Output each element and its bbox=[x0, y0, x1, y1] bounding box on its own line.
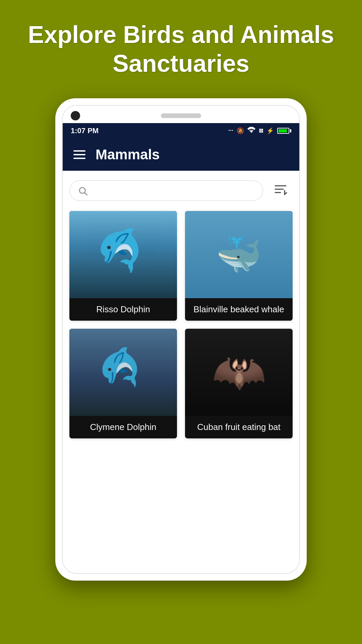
animal-image-risso-dolphin bbox=[69, 211, 177, 298]
animal-image-clymene-dolphin bbox=[69, 329, 177, 416]
animal-card-risso-dolphin[interactable]: Risso Dolphin bbox=[69, 211, 177, 321]
menu-button[interactable] bbox=[73, 150, 85, 159]
app-bar-title: Mammals bbox=[96, 147, 160, 163]
animal-card-blainville-beaked-whale[interactable]: Blainville beaked whale bbox=[185, 211, 293, 321]
page-header: Explore Birds and Animals Sanctuaries bbox=[0, 0, 362, 92]
animal-label-blainville-beaked-whale: Blainville beaked whale bbox=[185, 298, 293, 321]
content-area: Risso DolphinBlainville beaked whaleClym… bbox=[63, 171, 299, 573]
animal-label-cuban-fruit-eating-bat: Cuban fruit eating bat bbox=[185, 416, 293, 438]
mute-icon: 🔕 bbox=[237, 127, 244, 135]
more-icon: ··· bbox=[228, 127, 233, 134]
animal-card-clymene-dolphin[interactable]: Clymene Dolphin bbox=[69, 329, 177, 438]
wifi-icon bbox=[247, 127, 255, 135]
svg-line-1 bbox=[85, 193, 87, 195]
animal-image-blainville-beaked-whale bbox=[185, 211, 293, 298]
animal-label-clymene-dolphin: Clymene Dolphin bbox=[69, 416, 177, 438]
hamburger-line-1 bbox=[73, 150, 85, 152]
front-camera bbox=[71, 111, 80, 120]
hamburger-line-2 bbox=[73, 154, 85, 155]
search-row bbox=[69, 179, 293, 203]
app-bar: Mammals bbox=[63, 139, 299, 171]
search-wrapper[interactable] bbox=[69, 180, 263, 201]
status-time: 1:07 PM bbox=[71, 126, 99, 135]
status-bar: 1:07 PM ··· 🔕 ⊠ ⚡ bbox=[63, 123, 299, 139]
display-icon: ⊠ bbox=[259, 127, 263, 134]
page-title: Explore Birds and Animals Sanctuaries bbox=[27, 20, 335, 78]
status-icons: ··· 🔕 ⊠ ⚡ bbox=[228, 127, 291, 135]
animal-card-cuban-fruit-eating-bat[interactable]: Cuban fruit eating bat bbox=[185, 329, 293, 438]
search-icon bbox=[78, 186, 88, 196]
phone-mockup: 1:07 PM ··· 🔕 ⊠ ⚡ bbox=[55, 98, 307, 581]
animals-grid: Risso DolphinBlainville beaked whaleClym… bbox=[69, 211, 293, 438]
animal-image-cuban-fruit-eating-bat bbox=[185, 329, 293, 416]
animal-label-risso-dolphin: Risso Dolphin bbox=[69, 298, 177, 321]
sort-button[interactable] bbox=[268, 179, 293, 203]
phone-speaker bbox=[161, 113, 201, 118]
sort-icon bbox=[273, 182, 288, 200]
battery-indicator bbox=[277, 128, 291, 134]
phone-screen: 1:07 PM ··· 🔕 ⊠ ⚡ bbox=[62, 105, 300, 574]
phone-physical-top bbox=[63, 106, 299, 123]
hamburger-line-3 bbox=[73, 158, 85, 159]
search-input[interactable] bbox=[93, 185, 255, 196]
charging-icon: ⚡ bbox=[266, 127, 274, 135]
